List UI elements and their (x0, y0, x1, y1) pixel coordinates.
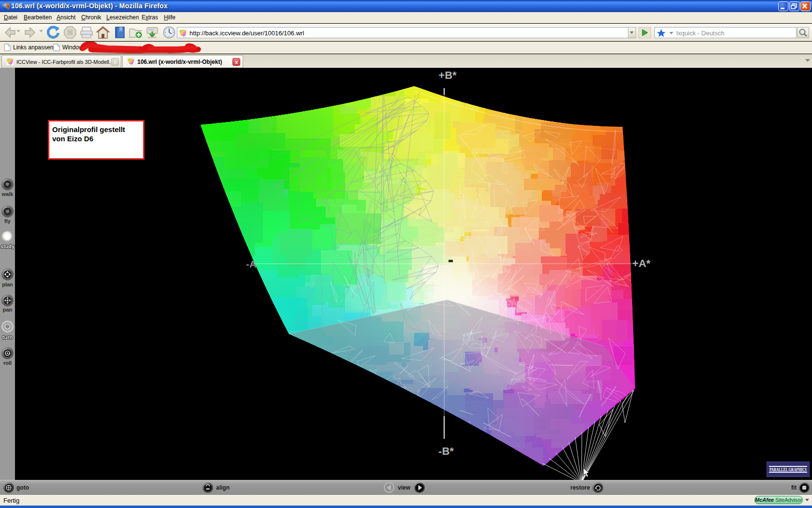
svg-text:PARALLEL GRAPHICS: PARALLEL GRAPHICS (769, 467, 807, 472)
svg-text:+A*: +A* (632, 257, 651, 269)
svg-text:-B*: -B* (438, 445, 454, 457)
svg-text:+B*: +B* (438, 69, 457, 81)
